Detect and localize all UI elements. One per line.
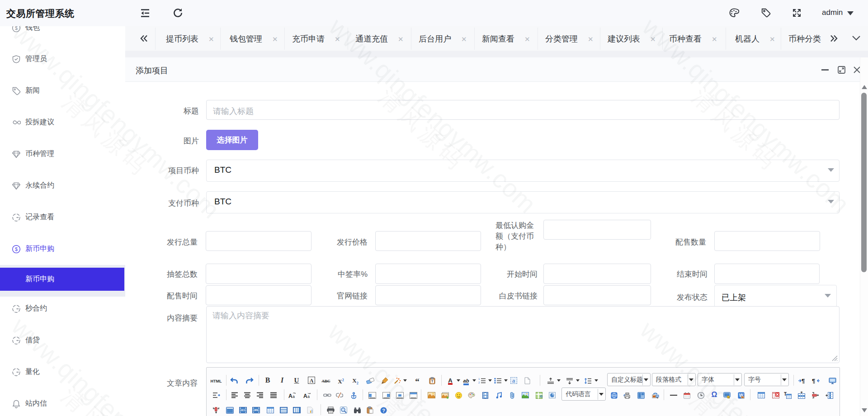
- svg-text:A: A: [288, 393, 292, 399]
- svg-text:2: 2: [478, 381, 480, 384]
- svg-text:¶: ¶: [802, 378, 805, 384]
- svg-text:1: 1: [478, 378, 480, 380]
- svg-text:?: ?: [382, 407, 385, 413]
- svg-text:$: $: [15, 246, 18, 252]
- svg-text:T: T: [431, 380, 434, 383]
- svg-text:a: a: [292, 394, 295, 399]
- svg-text:¶: ¶: [812, 378, 815, 384]
- svg-text:G: G: [540, 394, 542, 398]
- svg-text:a: a: [307, 394, 310, 399]
- svg-text:A: A: [303, 393, 307, 399]
- svg-text:$: $: [15, 26, 18, 31]
